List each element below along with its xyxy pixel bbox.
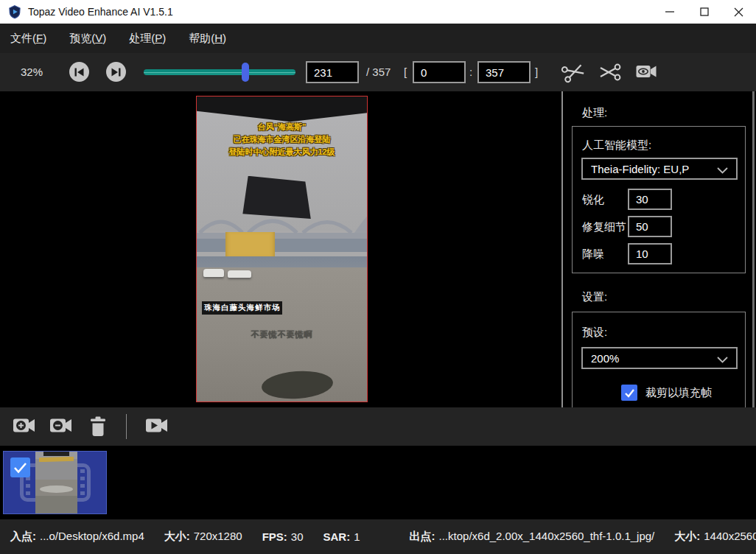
timeline-slider-handle[interactable] xyxy=(242,63,249,82)
delete-video-button[interactable] xyxy=(88,416,108,438)
settings-panel: 处理: 人工智能模型: Theia-Fidelity: EU,P 锐化 修复细节… xyxy=(564,91,756,407)
preset-value: 200% xyxy=(591,352,619,365)
zoom-level-label: 32% xyxy=(21,66,43,78)
close-icon xyxy=(734,7,743,17)
next-frame-button[interactable] xyxy=(106,62,126,82)
minimize-icon xyxy=(665,7,674,16)
video-thumbnail-strip xyxy=(0,446,756,519)
skip-back-icon xyxy=(74,67,85,77)
minimize-button[interactable] xyxy=(652,0,687,24)
add-video-icon xyxy=(12,416,35,436)
thumb-splash xyxy=(40,485,74,493)
maximize-icon xyxy=(700,7,709,16)
current-frame-input[interactable] xyxy=(306,61,359,83)
video-submerged-car xyxy=(228,270,251,278)
crop-to-fill-row: 裁剪以填充帧 xyxy=(621,385,712,401)
menu-bar: 文件(F) 预览(V) 处理(P) 帮助(H) xyxy=(0,24,756,53)
panel-splitter[interactable] xyxy=(561,91,563,407)
previous-frame-button[interactable] xyxy=(69,62,89,82)
toolbar-divider xyxy=(126,414,127,439)
thumb-flood xyxy=(35,496,77,513)
denoise-input[interactable] xyxy=(628,243,672,264)
thumb-awning xyxy=(43,452,69,456)
trim-in-button[interactable] xyxy=(561,62,585,83)
status-in-point: 入点:...o/Desktop/x6d.mp4 xyxy=(10,530,144,544)
timeline-slider[interactable] xyxy=(144,69,295,75)
sharpen-label: 锐化 xyxy=(582,193,604,207)
remove-video-button[interactable] xyxy=(49,416,72,436)
thumbnail-checkbox[interactable] xyxy=(10,457,30,477)
crop-to-fill-checkbox[interactable] xyxy=(621,385,637,401)
range-bracket-open: [ xyxy=(404,66,407,78)
status-bar: 入点:...o/Desktop/x6d.mp4 大小:720x1280 FPS:… xyxy=(0,519,756,554)
status-out-size: 大小:1440x2560 xyxy=(674,530,756,544)
preset-dropdown[interactable]: 200% xyxy=(581,347,738,369)
thumb-title-text xyxy=(39,457,74,463)
preset-group: 预设: 200% 裁剪以填充帧 xyxy=(572,312,746,407)
range-separator: : xyxy=(469,66,472,78)
chevron-down-icon xyxy=(717,357,728,363)
range-end-input[interactable] xyxy=(477,61,531,83)
checkmark-icon xyxy=(13,462,27,474)
preview-camera-eye-icon xyxy=(635,62,657,81)
trash-icon xyxy=(88,416,108,438)
trim-out-button[interactable] xyxy=(598,62,622,83)
video-list-toolbar xyxy=(0,407,756,446)
crop-to-fill-label: 裁剪以填充帧 xyxy=(645,386,712,400)
preview-button[interactable] xyxy=(635,62,657,81)
ai-model-value: Theia-Fidelity: EU,P xyxy=(591,163,689,175)
range-bracket-close: ] xyxy=(535,66,538,78)
panel-scrollbar[interactable] xyxy=(752,91,755,407)
video-submerged-car xyxy=(203,269,224,277)
status-fps: FPS:30 xyxy=(262,530,304,543)
ai-model-label: 人工智能模型: xyxy=(582,138,651,152)
chevron-down-icon xyxy=(717,167,728,174)
skip-forward-icon xyxy=(111,67,122,77)
video-preview[interactable]: 台风“海高斯” 已在珠海市金湾区沿海登陆 登陆时中心附近最大风力12级 珠海白藤… xyxy=(196,96,368,402)
remove-video-icon xyxy=(49,416,72,436)
video-title-overlay: 台风“海高斯” 已在珠海市金湾区沿海登陆 登陆时中心附近最大风力12级 xyxy=(197,121,367,158)
app-logo-icon xyxy=(7,4,22,19)
preset-label: 预设: xyxy=(582,326,607,340)
menu-file[interactable]: 文件(F) xyxy=(10,32,46,46)
window-title: Topaz Video Enhance AI V1.5.1 xyxy=(28,6,173,18)
process-video-button[interactable] xyxy=(144,416,168,436)
sharpen-input[interactable] xyxy=(628,189,672,210)
video-location-label: 珠海白藤头海鲜市场 xyxy=(202,301,283,315)
title-bar: Topaz Video Enhance AI V1.5.1 xyxy=(0,0,756,24)
frame-total-label: / 357 xyxy=(366,66,391,78)
playback-toolbar: 32% / 357 [ : ] xyxy=(0,53,756,91)
ai-model-dropdown[interactable]: Theia-Fidelity: EU,P xyxy=(581,158,738,180)
settings-section-label: 设置: xyxy=(582,290,607,304)
status-in-size: 大小:720x1280 xyxy=(164,530,242,544)
video-subtitle: 不要慌不要慌啊 xyxy=(197,329,367,340)
restore-detail-label: 修复细节 xyxy=(582,220,626,234)
maximize-button[interactable] xyxy=(687,0,721,24)
video-thumbnail-selected[interactable] xyxy=(3,451,107,514)
app-window: Topaz Video Enhance AI V1.5.1 文件(F) 预览(V… xyxy=(0,0,756,554)
denoise-label: 降噪 xyxy=(582,248,604,262)
ai-model-group: 人工智能模型: Theia-Fidelity: EU,P 锐化 修复细节 降噪 xyxy=(572,126,746,273)
trim-out-scissors-icon xyxy=(598,62,622,83)
restore-detail-input[interactable] xyxy=(628,216,672,237)
main-area: 台风“海高斯” 已在珠海市金湾区沿海登陆 登陆时中心附近最大风力12级 珠海白藤… xyxy=(0,91,756,407)
close-button[interactable] xyxy=(721,0,756,24)
thumbnail-video-frame xyxy=(35,452,77,513)
status-sar: SAR:1 xyxy=(323,530,360,543)
menu-help[interactable]: 帮助(H) xyxy=(189,32,226,46)
menu-process[interactable]: 处理(P) xyxy=(129,32,166,46)
processing-section-label: 处理: xyxy=(582,106,607,120)
add-video-button[interactable] xyxy=(12,416,35,436)
menu-preview[interactable]: 预览(V) xyxy=(69,32,106,46)
status-out-point: 出点:...ktop/x6d_2.00x_1440x2560_thf-1.0.1… xyxy=(410,530,655,544)
trim-in-scissors-icon xyxy=(559,59,587,86)
video-bridge-silhouette xyxy=(197,206,367,252)
checkmark-icon xyxy=(624,388,635,398)
process-video-icon xyxy=(144,416,168,436)
range-start-input[interactable] xyxy=(413,61,466,83)
